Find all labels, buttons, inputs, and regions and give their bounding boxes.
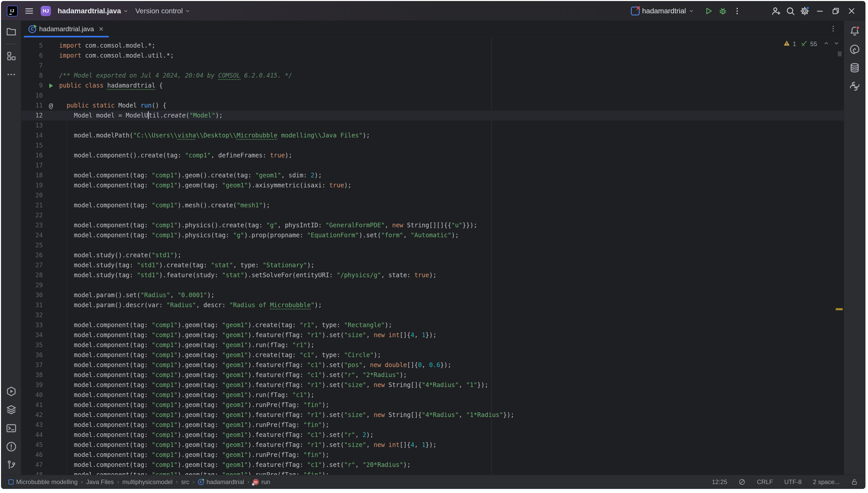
code-line[interactable]: 27 model.study(tag: "std1").create(tag: … — [21, 260, 844, 270]
code-line[interactable]: 30 model.param().set("Radius", "0.0001")… — [21, 290, 844, 300]
code-line[interactable]: 20 — [21, 190, 844, 200]
code-line[interactable]: 16 model.component().create(tag: "comp1"… — [21, 151, 844, 160]
settings-button[interactable] — [798, 4, 812, 18]
terminal-icon[interactable] — [4, 421, 18, 435]
code-line[interactable]: 26 model.study().create("std1"); — [21, 250, 844, 260]
notification-dot — [807, 6, 809, 9]
run-tool-window-icon[interactable] — [4, 384, 18, 399]
caret-position-widget[interactable]: 12:25 — [712, 478, 727, 486]
code-line[interactable]: 36 model.component(tag: "comp1").geom(ta… — [21, 350, 844, 360]
code-line[interactable]: 11@ public static Model run() { — [21, 101, 844, 111]
unlocked-padlock-icon[interactable] — [851, 478, 858, 486]
breadcrumb-folder[interactable]: Java Files — [86, 478, 114, 486]
code-line[interactable]: 7 — [21, 61, 844, 71]
search-button[interactable] — [783, 4, 798, 18]
code-line[interactable]: 33 model.component(tag: "comp1").geom(ta… — [21, 320, 844, 330]
project-folder-icon[interactable] — [4, 24, 18, 39]
code-line[interactable]: 19 model.component(tag: "comp1").geom(ta… — [21, 180, 844, 190]
git-branch-icon[interactable] — [4, 458, 18, 472]
code-line[interactable]: 46 model.component(tag: "comp1").geom(ta… — [21, 450, 844, 460]
code-line[interactable]: 9public class hadamardtrial { — [21, 81, 844, 91]
code-text: model.component(tag: "comp1").geom(tag: … — [59, 410, 844, 420]
breadcrumb-project[interactable]: Microbubble modelling — [8, 478, 78, 486]
annotation-gutter-icon[interactable]: @ — [43, 101, 59, 111]
code-line[interactable]: 29 — [21, 280, 844, 290]
code-area[interactable]: 5import com.comsol.model.*;6import com.c… — [21, 38, 844, 475]
code-line[interactable]: 32 — [21, 310, 844, 320]
code-line[interactable]: 43 model.component(tag: "comp1").geom(ta… — [21, 420, 844, 430]
code-line[interactable]: 23 model.component(tag: "comp1").physics… — [21, 220, 844, 230]
code-text: model.component(tag: "comp1").geom(tag: … — [59, 400, 844, 410]
code-text: model.component(tag: "comp1").geom(tag: … — [59, 380, 844, 390]
code-line[interactable]: 28 model.study(tag: "std1").feature(stud… — [21, 270, 844, 280]
code-line[interactable]: 31 model.param().descr(var: "Radius", de… — [21, 300, 844, 310]
services-icon[interactable] — [4, 403, 18, 417]
code-line[interactable]: 6import com.comsol.model.util.*; — [21, 51, 844, 61]
hamburger-menu-icon[interactable] — [24, 6, 34, 16]
code-line[interactable]: 17 — [21, 160, 844, 170]
warning-stripe-marker[interactable] — [836, 308, 843, 310]
debug-button[interactable] — [716, 4, 730, 18]
tab-options-icon[interactable] — [829, 25, 837, 34]
notification-dot — [856, 26, 859, 29]
code-line[interactable]: 38 model.component(tag: "comp1").geom(ta… — [21, 370, 844, 380]
maximize-button[interactable] — [828, 4, 844, 18]
problems-icon[interactable] — [4, 440, 18, 454]
code-line[interactable]: 41 model.component(tag: "comp1").geom(ta… — [21, 400, 844, 410]
code-line[interactable]: 18 model.component(tag: "comp1").geom().… — [21, 170, 844, 180]
version-control-menu[interactable]: Version control — [135, 7, 190, 15]
code-line[interactable]: 37 model.component(tag: "comp1").geom(ta… — [21, 360, 844, 370]
code-line[interactable]: 39 model.component(tag: "comp1").geom(ta… — [21, 380, 844, 390]
gutter — [43, 41, 59, 51]
project-badge[interactable]: HJ — [41, 6, 51, 16]
code-line[interactable]: 44 model.component(tag: "comp1").geom(ta… — [21, 430, 844, 440]
ai-assistant-icon[interactable] — [848, 42, 862, 57]
code-line[interactable]: 15 — [21, 141, 844, 151]
add-user-button[interactable] — [769, 4, 783, 18]
previous-problem-icon[interactable] — [823, 40, 829, 48]
close-button[interactable] — [844, 4, 860, 18]
file-menu[interactable]: hadamardtrial.java — [58, 7, 129, 15]
code-line[interactable]: 47 model.component(tag: "comp1").geom(ta… — [21, 460, 844, 470]
next-problem-icon[interactable] — [833, 40, 840, 48]
code-line[interactable]: 10 — [21, 91, 844, 101]
line-separator-widget[interactable]: CRLF — [757, 478, 773, 486]
code-line[interactable]: 45 model.component(tag: "comp1").geom(ta… — [21, 440, 844, 450]
breadcrumb-method[interactable]: m run — [253, 478, 270, 486]
run-configuration-selector[interactable]: ✕ hadamardtrial — [631, 7, 694, 15]
code-line[interactable]: 25 — [21, 240, 844, 250]
more-actions-button[interactable] — [730, 4, 744, 18]
encoding-widget[interactable]: UTF-8 — [784, 478, 802, 486]
code-line[interactable]: 12 Model model = ModelUtil.create("Model… — [21, 111, 844, 121]
notifications-bell-icon[interactable] — [848, 24, 862, 38]
code-line[interactable]: 13 — [21, 121, 844, 131]
tab-hadamardtrial[interactable]: C hadamardtrial.java ✕ — [24, 21, 109, 37]
code-line[interactable]: 21 model.component(tag: "comp1").mesh().… — [21, 200, 844, 210]
run-gutter-icon[interactable] — [43, 81, 59, 91]
code-line[interactable]: 48 model.component(tag: "comp1").geom(ta… — [21, 470, 844, 475]
code-line[interactable]: 14 model.modelPath("C:\\Users\\visha\\De… — [21, 131, 844, 141]
minimize-button[interactable] — [812, 4, 828, 18]
breadcrumb-folder[interactable]: src — [181, 478, 189, 486]
code-line[interactable]: 42 model.component(tag: "comp1").geom(ta… — [21, 410, 844, 420]
breadcrumb-folder[interactable]: multiphysicsmodel — [122, 478, 173, 486]
inspections-widget[interactable]: 1 55 — [783, 40, 840, 48]
structure-icon[interactable] — [4, 49, 18, 63]
python-icon[interactable] — [848, 79, 862, 93]
code-line[interactable]: 24 model.component(tag: "comp1").physics… — [21, 230, 844, 240]
code-line[interactable]: 35 model.component(tag: "comp1").geom(ta… — [21, 340, 844, 350]
inspections-off-icon[interactable] — [738, 478, 746, 486]
indent-widget[interactable]: 2 space... — [813, 478, 840, 486]
code-line[interactable]: 34 model.component(tag: "comp1").geom(ta… — [21, 330, 844, 340]
code-line[interactable]: 22 — [21, 210, 844, 220]
scrollbar-thumb[interactable] — [838, 51, 842, 56]
code-line[interactable]: 40 model.component(tag: "comp1").geom(ta… — [21, 390, 844, 400]
database-icon[interactable] — [848, 61, 862, 75]
more-tool-windows-icon[interactable] — [4, 67, 18, 82]
run-button[interactable] — [701, 4, 716, 18]
typo-check-icon — [801, 40, 808, 48]
breadcrumb-class[interactable]: C hadamardtrial — [198, 478, 244, 486]
tab-close-icon[interactable]: ✕ — [99, 26, 104, 33]
code-line[interactable]: 8/** Model exported on Jul 4 2024, 20:04… — [21, 71, 844, 81]
code-line[interactable]: 5import com.comsol.model.*; — [21, 41, 844, 51]
